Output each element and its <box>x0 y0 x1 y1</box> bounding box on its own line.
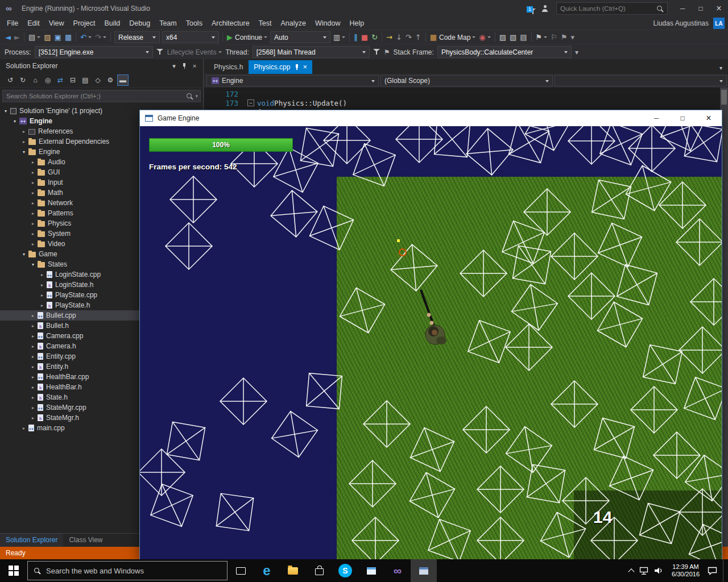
document-list-dropdown-icon[interactable]: ▾ <box>719 65 722 71</box>
chevron-expanded-icon[interactable]: ▾ <box>30 262 36 267</box>
lifecycle-events-dropdown[interactable]: Lifecycle Events <box>167 48 222 56</box>
save-button[interactable]: ▣ <box>53 31 63 44</box>
menu-test[interactable]: Test <box>254 17 276 30</box>
chevron-collapsed-icon[interactable]: ▸ <box>30 344 36 349</box>
game-close-button[interactable]: × <box>696 110 722 126</box>
menu-project[interactable]: Project <box>69 17 100 30</box>
thread-dropdown[interactable]: [2568] Main Thread <box>253 46 370 58</box>
chevron-collapsed-icon[interactable]: ▸ <box>30 170 36 175</box>
solution-explorer-search-input[interactable]: Search Solution Explorer (Ctrl+;) ▾ <box>2 90 201 102</box>
menu-debug[interactable]: Debug <box>125 17 155 30</box>
debug-target-dropdown[interactable]: Auto <box>270 31 330 43</box>
code-map-button[interactable]: ▦Code Map <box>428 31 478 44</box>
flag-thread-icon[interactable]: ⚑ <box>384 48 390 56</box>
se-preview-code-button[interactable]: ◇ <box>92 74 104 86</box>
properties-window-button[interactable]: ▤ <box>518 31 528 44</box>
redo-button[interactable]: ↷ <box>93 31 108 44</box>
menu-view[interactable]: View <box>44 17 69 30</box>
new-file-button[interactable]: ▤ <box>27 31 42 44</box>
se-window-position-button[interactable]: ▾ <box>169 61 179 71</box>
action-center-icon[interactable] <box>708 567 717 575</box>
menu-team[interactable]: Team <box>155 17 181 30</box>
tab-class-view[interactable]: Class View <box>63 534 108 547</box>
volume-icon[interactable] <box>654 567 664 575</box>
scope-dropdown[interactable]: (Global Scope) <box>380 75 553 86</box>
tab-physics-h[interactable]: Physics.h <box>209 60 248 74</box>
show-desktop-button[interactable] <box>723 559 726 582</box>
chevron-collapsed-icon[interactable]: ▸ <box>30 405 36 410</box>
chevron-collapsed-icon[interactable]: ▸ <box>30 415 36 421</box>
undo-button[interactable]: ↶ <box>78 31 93 44</box>
chevron-collapsed-icon[interactable]: ▸ <box>30 375 36 380</box>
menu-tools[interactable]: Tools <box>181 17 207 30</box>
se-collapse-all-button[interactable]: ⊟ <box>67 74 78 86</box>
file-explorer-icon[interactable] <box>280 559 306 582</box>
stop-debugging-button[interactable]: ■ <box>359 31 370 44</box>
app-icon[interactable] <box>358 559 384 582</box>
start-button[interactable] <box>0 559 27 582</box>
clock[interactable]: 12:39 AM 6/30/2016 <box>669 563 702 578</box>
se-back-button[interactable]: ↺ <box>5 74 16 86</box>
chevron-expanded-icon[interactable]: ▾ <box>11 119 18 124</box>
avatar[interactable]: LA <box>713 18 725 29</box>
chevron-collapsed-icon[interactable]: ▸ <box>39 303 46 308</box>
chevron-collapsed-icon[interactable]: ▸ <box>30 354 36 359</box>
fold-collapse-icon[interactable]: − <box>247 99 254 106</box>
toolbar-overflow-button[interactable]: ▾ <box>569 31 577 44</box>
chevron-collapsed-icon[interactable]: ▸ <box>30 395 36 400</box>
se-search-dropdown-icon[interactable]: ▾ <box>195 93 198 99</box>
se-close-button[interactable]: × <box>189 61 200 71</box>
vs-titlebar[interactable]: ∞ Engine (Running) - Microsoft Visual St… <box>0 0 728 17</box>
next-bookmark-button[interactable]: ⚑ <box>559 31 569 44</box>
chevron-collapsed-icon[interactable]: ▸ <box>30 364 36 369</box>
menu-architecture[interactable]: Architecture <box>207 17 254 30</box>
se-sync-button[interactable]: ⇄ <box>55 74 66 86</box>
tab-solution-explorer[interactable]: Solution Explorer <box>0 534 63 547</box>
step-into-button[interactable]: ↓ <box>394 31 404 44</box>
process-filter-icon[interactable] <box>156 49 164 55</box>
pin-icon[interactable] <box>294 64 299 70</box>
nav-back-button[interactable]: ◄ <box>3 31 13 44</box>
se-show-all-files-button[interactable]: ▬ <box>117 74 129 86</box>
signed-in-user[interactable]: Liudas Augustinas <box>653 19 709 27</box>
network-icon[interactable] <box>639 567 648 575</box>
previous-bookmark-button[interactable]: ⚐ <box>549 31 559 44</box>
se-wrench-button[interactable]: ⚙ <box>105 74 116 86</box>
chevron-collapsed-icon[interactable]: ▸ <box>30 211 36 216</box>
chevron-collapsed-icon[interactable]: ▸ <box>30 385 36 390</box>
edge-icon[interactable]: e <box>254 559 280 582</box>
solution-platforms-dropdown[interactable]: x64 <box>162 31 219 43</box>
menu-file[interactable]: File <box>2 17 23 30</box>
nav-forward-button[interactable]: ► <box>13 31 22 44</box>
quick-launch-input[interactable]: Quick Launch (Ctrl+Q) <box>556 2 668 15</box>
menu-build[interactable]: Build <box>100 17 125 30</box>
close-icon[interactable]: × <box>303 64 307 70</box>
tab-physics-cpp[interactable]: Physics.cpp× <box>249 60 312 74</box>
task-view-button[interactable] <box>228 559 254 582</box>
show-next-statement-button[interactable]: → <box>384 31 394 44</box>
thread-filter-icon[interactable] <box>373 49 380 55</box>
chevron-collapsed-icon[interactable]: ▸ <box>30 180 36 185</box>
chevron-expanded-icon[interactable]: ▾ <box>20 149 27 155</box>
se-scope-button[interactable]: ◎ <box>42 74 53 86</box>
step-out-button[interactable]: ↑ <box>413 31 423 44</box>
break-windows-button[interactable]: ▥ <box>332 31 347 44</box>
se-home-button[interactable]: ⌂ <box>30 74 41 86</box>
feedback-icon[interactable] <box>541 5 548 12</box>
taskbar-search-input[interactable]: Search the web and Windows <box>27 561 228 580</box>
debug-toolbar-overflow-icon[interactable]: ▾ <box>575 48 578 56</box>
chevron-expanded-icon[interactable]: ▾ <box>2 109 9 114</box>
members-dropdown[interactable] <box>555 75 727 86</box>
chevron-collapsed-icon[interactable]: ▸ <box>30 231 36 236</box>
game-window-titlebar[interactable]: Game Engine ─ □ × <box>140 110 722 126</box>
process-dropdown[interactable]: [3512] Engine.exe <box>35 46 153 58</box>
tray-expand-icon[interactable] <box>628 568 634 575</box>
store-icon[interactable] <box>306 559 332 582</box>
stack-frame-dropdown[interactable]: PhysicsBody::CalculateCenter <box>437 46 572 58</box>
chevron-collapsed-icon[interactable]: ▸ <box>20 139 27 144</box>
menu-analyze[interactable]: Analyze <box>276 17 311 30</box>
chevron-collapsed-icon[interactable]: ▸ <box>20 426 27 431</box>
menu-edit[interactable]: Edit <box>23 17 44 30</box>
vs-close-button[interactable]: × <box>710 0 728 17</box>
chevron-collapsed-icon[interactable]: ▸ <box>30 190 36 196</box>
